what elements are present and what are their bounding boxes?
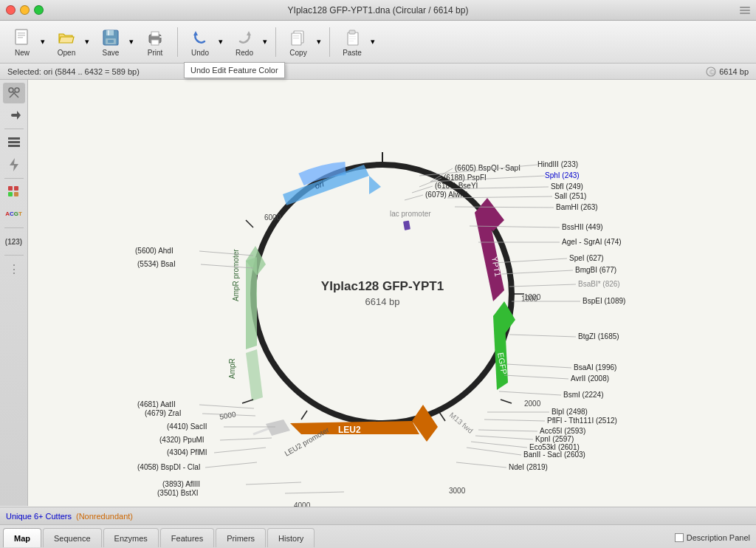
- open-arrow[interactable]: ▾: [83, 24, 92, 61]
- undo-button[interactable]: Undo: [184, 24, 216, 61]
- svg-line-54: [501, 400, 512, 403]
- tab-features[interactable]: Features: [160, 528, 214, 547]
- save-arrow[interactable]: ▾: [127, 24, 136, 61]
- svg-text:1000: 1000: [524, 293, 541, 301]
- svg-line-65: [405, 195, 423, 200]
- open-button[interactable]: Open: [50, 24, 83, 61]
- save-label: Save: [103, 49, 120, 57]
- tab-map[interactable]: Map: [3, 528, 41, 547]
- sidebar-feature-tool[interactable]: [3, 154, 25, 175]
- map-center-bp: 6614 bp: [365, 296, 400, 307]
- tab-enzymes[interactable]: Enzymes: [103, 528, 159, 547]
- selection-info: Selected: ori (5844 .. 6432 = 589 bp): [7, 67, 140, 76]
- svg-text:Acc65I  (2593): Acc65I (2593): [540, 427, 585, 435]
- tab-history[interactable]: History: [267, 528, 315, 547]
- svg-text:HindIII  (233): HindIII (233): [537, 160, 578, 168]
- svg-line-75: [455, 207, 554, 208]
- svg-rect-21: [349, 36, 356, 37]
- svg-line-103: [475, 436, 533, 439]
- filter-nonredundant[interactable]: (Nonredundant): [76, 512, 133, 521]
- svg-rect-20: [349, 30, 355, 34]
- new-arrow[interactable]: ▾: [38, 24, 47, 61]
- svg-line-125: [285, 492, 344, 493]
- svg-text:(4679)  ZraI: (4679) ZraI: [145, 409, 181, 417]
- paste-group: Paste ▾: [336, 24, 377, 61]
- paste-arrow[interactable]: ▾: [368, 24, 377, 61]
- save-button[interactable]: Save: [94, 24, 127, 61]
- svg-line-115: [220, 438, 272, 440]
- tab-primers[interactable]: Primers: [216, 528, 266, 547]
- svg-text:SphI  (243): SphI (243): [545, 171, 580, 179]
- svg-rect-36: [8, 186, 13, 191]
- svg-text:(3893)  AflIII: (3893) AflIII: [162, 480, 200, 488]
- svg-rect-45: [403, 221, 410, 230]
- undo-icon: [188, 27, 212, 48]
- description-panel-checkbox[interactable]: [675, 533, 684, 542]
- svg-rect-11: [151, 40, 159, 45]
- resize-icon: [740, 7, 750, 14]
- copy-label: Copy: [289, 49, 306, 57]
- svg-marker-14: [247, 31, 251, 35]
- copy-group: Copy ▾: [282, 24, 323, 61]
- maximize-button[interactable]: [34, 5, 44, 15]
- svg-rect-37: [14, 186, 18, 191]
- filter-unique-6-plus[interactable]: Unique 6+ Cutters: [6, 512, 72, 521]
- sidebar-sep-1: [4, 129, 24, 129]
- sidebar-bars-tool[interactable]: [3, 132, 25, 153]
- new-icon: [10, 27, 34, 48]
- undo-group: Undo ▾ Undo Edit Feature Color: [184, 24, 225, 61]
- minimize-button[interactable]: [20, 5, 30, 15]
- bp-count: © 6614 bp: [706, 66, 749, 77]
- svg-line-95: [499, 391, 561, 395]
- sidebar-number-tool[interactable]: (123): [3, 231, 25, 252]
- undo-label: Undo: [191, 49, 209, 57]
- undo-arrow[interactable]: ▾: [216, 24, 225, 61]
- svg-rect-33: [8, 141, 20, 143]
- svg-text:PflFI - Tth111I  (2512): PflFI - Tth111I (2512): [547, 417, 617, 425]
- sidebar-sequence-tool[interactable]: A C G T: [3, 204, 25, 225]
- sidebar-select-tool[interactable]: [3, 83, 25, 103]
- scissors-icon: [7, 86, 21, 100]
- redo-arrow[interactable]: ▾: [261, 24, 269, 61]
- redo-button[interactable]: Redo: [228, 24, 261, 61]
- print-button[interactable]: Print: [139, 24, 171, 61]
- dots-label: ⋮: [8, 262, 19, 276]
- paste-button[interactable]: Paste: [336, 24, 368, 61]
- svg-rect-17: [293, 35, 299, 36]
- copy-arrow[interactable]: ▾: [315, 24, 323, 61]
- svg-rect-2: [18, 35, 25, 36]
- svg-text:5000: 5000: [219, 410, 236, 421]
- ampr-label: AmpR: [228, 358, 236, 379]
- svg-point-40: [253, 165, 512, 423]
- description-panel-row: Description Panel: [675, 533, 750, 542]
- svg-rect-32: [8, 137, 20, 140]
- lac-promoter-label: lac promoter: [390, 210, 431, 218]
- copy-button[interactable]: Copy: [282, 24, 315, 61]
- svg-text:BlpI  (2498): BlpI (2498): [551, 408, 588, 416]
- lightning-icon: [8, 158, 20, 171]
- svg-rect-6: [108, 30, 109, 35]
- copy-icon: [286, 27, 310, 48]
- undo-tooltip: Undo Edit Feature Color: [184, 62, 285, 78]
- sidebar-sep-3: [4, 227, 24, 228]
- close-button[interactable]: [6, 5, 16, 15]
- new-button[interactable]: New: [6, 24, 38, 61]
- open-icon: [55, 27, 78, 48]
- svg-text:4000: 4000: [294, 501, 311, 507]
- svg-rect-34: [8, 145, 20, 147]
- window-controls: [6, 5, 44, 15]
- svg-rect-5: [106, 30, 114, 35]
- svg-text:BmgBI  (677): BmgBI (677): [575, 266, 616, 274]
- svg-line-57: [242, 400, 253, 403]
- svg-text:©: ©: [709, 69, 715, 76]
- sidebar-misc-tool[interactable]: ⋮: [3, 258, 25, 279]
- map-container[interactable]: ori YPT1 EGFP 1000 LEU2 AmpR promoter: [28, 80, 756, 507]
- sidebar-arrow-tool[interactable]: [3, 105, 25, 126]
- svg-line-89: [509, 335, 576, 337]
- titlebar: YIplac128 GFP-YPT1.dna (Circular / 6614 …: [0, 0, 756, 21]
- tab-sequence[interactable]: Sequence: [43, 528, 102, 547]
- svg-line-123: [246, 482, 301, 484]
- sidebar-tools: A C G T (123) ⋮: [0, 80, 28, 506]
- svg-line-111: [205, 462, 257, 467]
- sidebar-grid-tool[interactable]: [3, 182, 25, 202]
